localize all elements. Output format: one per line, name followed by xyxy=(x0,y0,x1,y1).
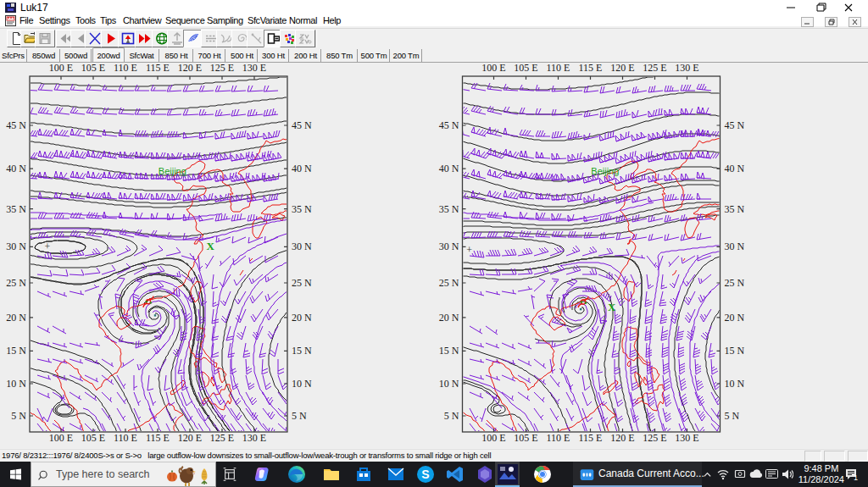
svg-text:20 N: 20 N xyxy=(292,312,312,324)
svg-text:25 N: 25 N xyxy=(292,277,312,289)
svg-text:45 N: 45 N xyxy=(6,119,26,131)
svg-text:30 N: 30 N xyxy=(292,241,312,252)
svg-text:15 N: 15 N xyxy=(725,345,745,357)
svg-text:S: S xyxy=(421,468,429,481)
svg-text:10 N: 10 N xyxy=(439,378,459,390)
svg-text:110 E: 110 E xyxy=(547,432,570,444)
svg-text:115 E: 115 E xyxy=(579,62,603,74)
svg-text:100 E: 100 E xyxy=(49,432,73,444)
svg-text:15 N: 15 N xyxy=(6,345,26,357)
svg-text:45 N: 45 N xyxy=(292,119,312,131)
svg-text:35 N: 35 N xyxy=(6,203,26,215)
svg-text:120 E: 120 E xyxy=(178,432,202,444)
svg-text:35 N: 35 N xyxy=(292,203,312,215)
svg-text:5 N: 5 N xyxy=(292,410,307,422)
svg-text:20 N: 20 N xyxy=(725,312,745,324)
svg-text:125 E: 125 E xyxy=(643,432,666,444)
svg-text:45 N: 45 N xyxy=(439,119,459,131)
svg-text:40 N: 40 N xyxy=(6,163,26,174)
svg-text:100 E: 100 E xyxy=(481,62,505,74)
svg-text:20 N: 20 N xyxy=(439,312,459,324)
svg-text:20 N: 20 N xyxy=(6,312,26,324)
svg-text:10 N: 10 N xyxy=(725,378,745,390)
svg-text:130 E: 130 E xyxy=(242,62,266,74)
svg-text:105 E: 105 E xyxy=(81,62,105,74)
svg-text:115 E: 115 E xyxy=(146,62,170,74)
svg-text:X: X xyxy=(207,240,215,252)
svg-text:5 N: 5 N xyxy=(11,410,26,422)
svg-text:120 E: 120 E xyxy=(610,432,634,444)
svg-text:125 E: 125 E xyxy=(210,62,234,74)
svg-text:25 N: 25 N xyxy=(6,277,26,289)
svg-text:105 E: 105 E xyxy=(514,62,537,74)
svg-text:130 E: 130 E xyxy=(675,62,698,74)
svg-text:5 N: 5 N xyxy=(725,410,740,422)
svg-text:10 N: 10 N xyxy=(292,378,312,390)
svg-text:30 N: 30 N xyxy=(6,241,26,252)
svg-text:110 E: 110 E xyxy=(114,432,137,444)
svg-text:35 N: 35 N xyxy=(439,203,459,215)
svg-text:45 N: 45 N xyxy=(725,119,745,131)
svg-text:+: + xyxy=(466,244,472,256)
svg-text:40 N: 40 N xyxy=(292,163,312,174)
svg-text:125 E: 125 E xyxy=(210,432,234,444)
svg-text:35 N: 35 N xyxy=(725,203,745,215)
svg-text:100 E: 100 E xyxy=(49,62,73,74)
svg-text:Beijing: Beijing xyxy=(591,166,619,176)
svg-text:115 E: 115 E xyxy=(579,432,603,444)
svg-text:115 E: 115 E xyxy=(146,432,170,444)
svg-text:40 N: 40 N xyxy=(725,163,745,174)
svg-text:105 E: 105 E xyxy=(514,432,537,444)
svg-text:Beijing: Beijing xyxy=(159,166,186,176)
svg-text:15 N: 15 N xyxy=(439,345,459,357)
svg-text:110 E: 110 E xyxy=(114,62,137,74)
svg-text:130 E: 130 E xyxy=(242,432,266,444)
svg-text:25 N: 25 N xyxy=(725,277,745,289)
svg-text:120 E: 120 E xyxy=(610,62,634,74)
svg-text:125 E: 125 E xyxy=(643,62,666,74)
svg-text:40 N: 40 N xyxy=(439,163,459,174)
svg-text:25 N: 25 N xyxy=(439,277,459,289)
svg-text:100 E: 100 E xyxy=(481,432,505,444)
svg-text:110 E: 110 E xyxy=(547,62,570,74)
svg-text:120 E: 120 E xyxy=(178,62,202,74)
svg-text:130 E: 130 E xyxy=(675,432,698,444)
svg-text:105 E: 105 E xyxy=(81,432,105,444)
svg-text:15 N: 15 N xyxy=(292,345,312,357)
svg-text:30 N: 30 N xyxy=(439,241,459,252)
svg-text:+: + xyxy=(45,241,51,252)
svg-text:5 N: 5 N xyxy=(444,410,459,422)
svg-text:X: X xyxy=(608,301,616,313)
svg-text:10 N: 10 N xyxy=(6,378,26,390)
svg-text:30 N: 30 N xyxy=(725,241,745,252)
